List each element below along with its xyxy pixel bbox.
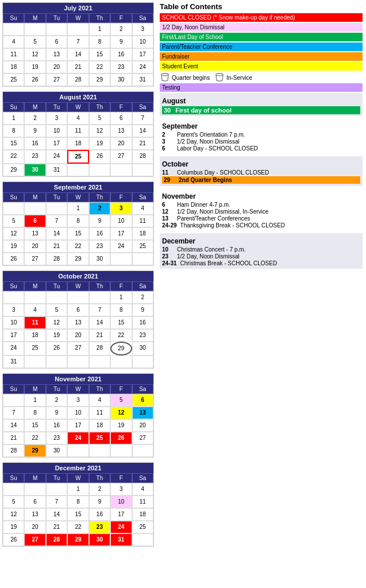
calendar-day-header: Tu — [46, 102, 67, 112]
calendar-cell: 25 — [89, 432, 110, 444]
calendar-cell — [132, 355, 153, 368]
calendar-cell — [3, 291, 24, 304]
calendar-cell — [46, 202, 67, 215]
calendar-cell — [67, 23, 88, 36]
calendar-cell: 30 — [46, 444, 67, 457]
calendar-cell: 21 — [67, 61, 88, 74]
calendar-cell: 7 — [46, 215, 67, 227]
calendar-cell: 14 — [132, 125, 153, 137]
calendar-cell: 21 — [89, 329, 110, 342]
calendar-cell: 12 — [24, 48, 45, 61]
calendar-cell: 13 — [132, 407, 153, 419]
calendar-day-header: F — [110, 281, 132, 291]
calendar-cell: 19 — [110, 419, 132, 432]
calendar-cell: 15 — [110, 316, 132, 329]
calendar-day-header: M — [24, 281, 45, 291]
calendar-cell: 4 — [89, 394, 110, 407]
toc-item-4: Fundraiser — [160, 52, 363, 61]
calendar-day-header: F — [110, 384, 132, 394]
calendar-cell: 22 — [24, 432, 45, 444]
calendar-day-header: Sa — [132, 384, 153, 394]
calendar-day-header: F — [110, 102, 132, 112]
section-title-0: August — [162, 97, 360, 105]
event-item-1-2: 6Labor Day - SCHOOL CLOSED — [162, 145, 360, 152]
calendar-day-header: Su — [3, 473, 24, 483]
calendar-day-header: Tu — [46, 192, 67, 202]
calendar-cell — [67, 291, 88, 304]
calendar-cell: 31 — [110, 533, 132, 546]
calendar-cell: 8 — [67, 496, 88, 508]
calendar-day-header: M — [24, 13, 45, 23]
calendar-cell — [3, 202, 24, 215]
calendar-cell: 6 — [110, 112, 132, 125]
calendar-day-header: Su — [3, 281, 24, 291]
toc-icon-item: In-Service — [214, 72, 252, 83]
calendar-cell: 4 — [24, 304, 45, 316]
calendar-cell: 25 — [67, 150, 88, 164]
calendar-cell: 19 — [3, 521, 24, 533]
calendar-cell: 27 — [24, 253, 45, 265]
calendar-cell — [46, 483, 67, 496]
calendar-cell: 11 — [132, 215, 153, 227]
calendar-header-4: November 2021 — [3, 374, 153, 384]
calendar-cell — [3, 483, 24, 496]
event-text: 2nd Quarter Begins — [179, 177, 232, 183]
calendar-cell: 24 — [67, 432, 88, 444]
calendar-cell: 19 — [89, 137, 110, 150]
calendar-cell: 14 — [67, 48, 88, 61]
toc-icon-item: Quarter begins — [160, 72, 210, 83]
calendar-cell: 27 — [24, 533, 45, 546]
calendar-day-header: Sa — [132, 473, 153, 483]
calendar-cell: 8 — [89, 36, 110, 48]
calendar-cell — [24, 202, 45, 215]
calendar-cell: 22 — [67, 240, 88, 253]
calendar-cell: 18 — [3, 61, 24, 74]
calendar-cell: 5 — [3, 496, 24, 508]
main-container: July 2021SuMTuWThFSa12345678910111213141… — [0, 0, 366, 554]
calendar-cell: 6 — [46, 36, 67, 48]
event-item-4-1: 231/2 Day, Noon Dismissal — [162, 253, 360, 260]
event-text: Christmas Break - SCHOOL CLOSED — [180, 260, 278, 266]
calendar-cell: 8 — [3, 125, 24, 137]
calendar-cell: 20 — [110, 137, 132, 150]
calendar-day-header: F — [110, 473, 132, 483]
calendar-cell: 3 — [132, 23, 153, 36]
calendar-cell: 5 — [24, 36, 45, 48]
calendar-cell: 27 — [46, 74, 67, 86]
calendar-cell: 24 — [46, 150, 67, 164]
calendar-cell: 28 — [3, 444, 24, 457]
event-text: First day of school — [175, 107, 232, 114]
calendar-cell: 28 — [67, 74, 88, 86]
calendar-day-header: Th — [89, 281, 110, 291]
calendar-cell: 10 — [110, 496, 132, 508]
calendar-day-header: M — [24, 102, 45, 112]
section-title-4: December — [162, 237, 360, 245]
calendar-cell — [110, 444, 132, 457]
section-title-2: October — [162, 160, 360, 168]
event-text: 1/2 Day, Noon Dismissal — [177, 253, 240, 260]
calendar-cell: 24 — [110, 521, 132, 533]
calendar-grid-5: SuMTuWThFSa12345678910111213141516171819… — [3, 473, 153, 546]
event-date: 3 — [162, 138, 174, 145]
calendar-cell: 16 — [24, 137, 45, 150]
calendar-cell: 23 — [132, 329, 153, 342]
calendar-cell: 4 — [3, 36, 24, 48]
calendar-cell: 28 — [46, 533, 67, 546]
calendar-cell: 15 — [24, 419, 45, 432]
event-text: Labor Day - SCHOOL CLOSED — [177, 145, 258, 152]
event-date: 24-31 — [162, 260, 177, 266]
calendar-cell: 9 — [24, 125, 45, 137]
toc-item-3: Parent/Teacher Conference — [160, 42, 363, 51]
calendar-cell: 29 — [3, 164, 24, 176]
calendar-cell: 20 — [67, 329, 88, 342]
toc-item-1: 1/2 Day, Noon Dismissal — [160, 23, 363, 32]
svg-point-3 — [216, 74, 223, 76]
calendar-cell: 2 — [110, 23, 132, 36]
calendar-cell: 11 — [67, 125, 88, 137]
calendar-4: November 2021SuMTuWThFSa1234567891011121… — [2, 373, 154, 458]
calendar-cell: 17 — [132, 48, 153, 61]
calendar-cell: 24 — [132, 61, 153, 74]
calendar-cell: 22 — [89, 61, 110, 74]
calendar-cell: 30 — [89, 533, 110, 546]
calendar-cell: 29 — [24, 444, 45, 457]
